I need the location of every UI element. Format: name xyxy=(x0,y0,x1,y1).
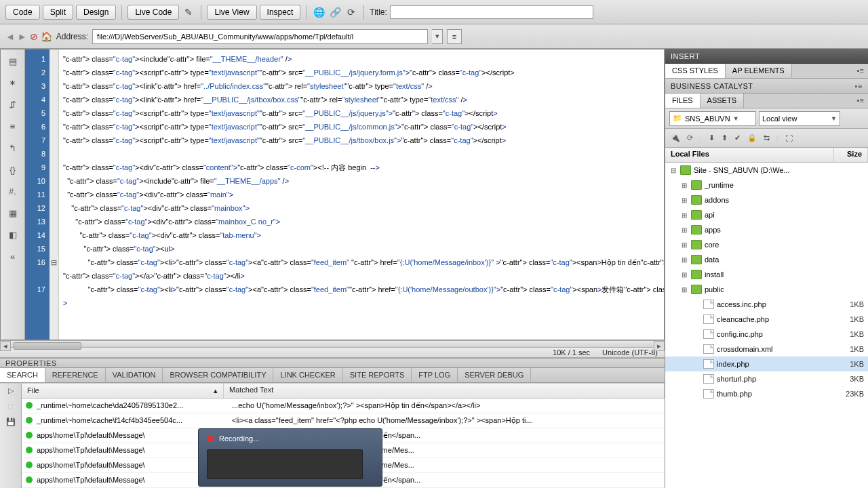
line-number-gutter: 1234567891011121314151617 xyxy=(25,49,50,340)
sort-icon[interactable]: ▴ xyxy=(214,386,218,395)
results-file-header[interactable]: File▴ xyxy=(22,384,224,398)
panel-menu-icon[interactable]: ▪≡ xyxy=(855,82,863,90)
code-area[interactable]: "c-attr"> class="c-tag"><include"c-attr"… xyxy=(59,49,664,340)
tree-folder[interactable]: ⊞_runtime xyxy=(665,178,868,192)
tree-folder[interactable]: ⊞addons xyxy=(665,192,868,207)
sync-icon[interactable]: ⇆ xyxy=(764,134,770,142)
tree-file[interactable]: access.inc.php1KB xyxy=(665,297,868,312)
results-tab-validation[interactable]: VALIDATION xyxy=(106,368,163,382)
local-files-header[interactable]: Local Files xyxy=(665,148,834,162)
file-tree[interactable]: ⊟Site - SNS_ABUVN (D:\We...⊞_runtime⊞add… xyxy=(665,163,868,488)
code-fold-gutter[interactable]: ⊟ xyxy=(50,49,59,340)
title-input[interactable] xyxy=(390,5,593,19)
search-result-row[interactable]: _runtime\~home\cache\f14cf4b345ee504c...… xyxy=(22,413,665,428)
results-tab-ftp-log[interactable]: FTP LOG xyxy=(412,368,458,382)
tree-folder[interactable]: ⊞install xyxy=(665,267,868,282)
design-view-button[interactable]: Design xyxy=(76,5,116,20)
globe-icon[interactable]: 🌐 xyxy=(312,5,326,19)
tree-folder[interactable]: ⊞public xyxy=(665,282,868,297)
files-tab[interactable]: FILES xyxy=(665,94,701,108)
results-tab-site-reports[interactable]: SITE REPORTS xyxy=(343,368,412,382)
panel-menu-icon[interactable]: ▪≡ xyxy=(855,52,863,60)
css-styles-tab[interactable]: CSS STYLES xyxy=(665,64,726,78)
expand-panel-icon[interactable]: ⛶ xyxy=(785,134,793,142)
insert-panel-header[interactable]: INSERT▪≡ xyxy=(665,49,868,64)
results-tab-search[interactable]: SEARCH xyxy=(0,368,45,382)
result-status-icon xyxy=(26,476,33,483)
stop-icon[interactable]: ⊘ xyxy=(30,31,38,42)
collapse-tag-icon[interactable]: ⇵ xyxy=(5,97,20,112)
tree-file[interactable]: shorturl.php3KB xyxy=(665,371,868,386)
open-documents-icon[interactable]: ▤ xyxy=(5,54,20,68)
code-view-button[interactable]: Code xyxy=(5,5,40,20)
results-tab-link-checker[interactable]: LINK CHECKER xyxy=(273,368,342,382)
result-status-icon xyxy=(26,447,33,453)
live-code-button[interactable]: Live Code xyxy=(127,5,179,20)
results-tabs: SEARCHREFERENCEVALIDATIONBROWSER COMPATI… xyxy=(0,368,665,383)
toolbar-arrow-icon[interactable]: « xyxy=(5,249,20,264)
results-tab-server-debug[interactable]: SERVER DEBUG xyxy=(458,368,531,382)
editor-horizontal-scrollbar[interactable]: ◂ ▸ xyxy=(0,340,665,347)
recording-preview xyxy=(207,449,363,479)
results-tab-browser-compatibility[interactable]: BROWSER COMPATIBILITY xyxy=(163,368,273,382)
tree-file[interactable]: thumb.php23KB xyxy=(665,386,868,401)
address-go-icon[interactable]: ≡ xyxy=(447,29,462,44)
tree-folder[interactable]: ⊞apps xyxy=(665,222,868,237)
search-result-row[interactable]: _runtime\~home\cache\da24057895130e2....… xyxy=(22,399,665,413)
scroll-thumb[interactable] xyxy=(14,342,81,350)
inspect-button[interactable]: Inspect xyxy=(260,5,301,20)
checkin-icon[interactable]: 🔒 xyxy=(747,134,757,142)
view-dropdown[interactable]: Local view▼ xyxy=(759,111,840,126)
recording-overlay: Recording... xyxy=(198,428,382,487)
stop-search-icon[interactable]: ◻ xyxy=(7,402,14,411)
results-tab-reference[interactable]: REFERENCE xyxy=(45,368,106,382)
put-files-icon[interactable]: ⬆ xyxy=(722,134,728,142)
split-view-button[interactable]: Split xyxy=(43,5,73,20)
show-code-navigator-icon[interactable]: ✶ xyxy=(5,75,20,90)
link-icon[interactable]: 🔗 xyxy=(328,5,342,19)
balance-braces-icon[interactable]: {} xyxy=(5,162,20,177)
browser-nav-toolbar: ◄ ► ⊘ 🏠 Address: ▾ ≡ xyxy=(0,24,868,49)
tree-folder[interactable]: ⊞api xyxy=(665,207,868,222)
panel-menu-icon[interactable]: ▪≡ xyxy=(853,64,868,78)
address-input[interactable] xyxy=(92,29,428,44)
tree-file[interactable]: crossdomain.xml1KB xyxy=(665,342,868,357)
result-status-icon xyxy=(26,402,33,409)
expand-all-icon[interactable]: ≡ xyxy=(5,119,20,134)
checkout-icon[interactable]: ✔ xyxy=(734,134,741,142)
refresh-icon[interactable]: ⟳ xyxy=(344,5,358,19)
results-matched-header[interactable]: Matched Text xyxy=(224,384,665,398)
refresh-files-icon[interactable]: ⟳ xyxy=(687,134,693,142)
tree-file[interactable]: config.inc.php1KB xyxy=(665,327,868,342)
syntax-coloring-icon[interactable]: ◧ xyxy=(5,227,20,242)
home-icon[interactable]: 🏠 xyxy=(41,31,52,42)
properties-panel-header[interactable]: PROPERTIES xyxy=(0,358,665,368)
highlight-invalid-icon[interactable]: ▦ xyxy=(5,205,20,220)
code-editor[interactable]: ▤ ✶ ⇵ ≡ ↰ {} #. ▦ ◧ « 123456789101112131… xyxy=(0,49,665,340)
tree-folder[interactable]: ⊞core xyxy=(665,237,868,252)
tree-folder[interactable]: ⊞data xyxy=(665,252,868,267)
scroll-left-icon[interactable]: ◂ xyxy=(0,341,11,351)
livecode-options-icon[interactable]: ✎ xyxy=(182,5,195,19)
live-view-button[interactable]: Live View xyxy=(207,5,256,20)
tree-site-root[interactable]: ⊟Site - SNS_ABUVN (D:\We... xyxy=(665,163,868,178)
tree-file[interactable]: index.php1KB xyxy=(665,357,868,371)
status-encoding: Unicode (UTF-8) xyxy=(602,348,658,357)
business-catalyst-header[interactable]: BUSINESS CATALYST▪≡ xyxy=(665,79,868,94)
panel-menu-icon[interactable]: ▪≡ xyxy=(853,94,868,108)
address-dropdown-icon[interactable]: ▾ xyxy=(432,29,443,44)
select-parent-icon[interactable]: ↰ xyxy=(5,140,20,155)
site-dropdown[interactable]: 📁SNS_ABUVN▼ xyxy=(669,111,756,126)
connect-icon[interactable]: 🔌 xyxy=(671,134,680,142)
save-report-icon[interactable]: 💾 xyxy=(6,418,16,426)
get-files-icon[interactable]: ⬇ xyxy=(709,134,715,142)
forward-icon[interactable]: ► xyxy=(18,31,27,42)
ap-elements-tab[interactable]: AP ELEMENTS xyxy=(726,64,792,78)
play-icon[interactable]: ▷ xyxy=(8,386,14,395)
scroll-right-icon[interactable]: ▸ xyxy=(654,341,665,351)
assets-tab[interactable]: ASSETS xyxy=(701,94,744,108)
line-numbers-icon[interactable]: #. xyxy=(5,184,20,199)
size-header[interactable]: Size xyxy=(834,148,868,162)
back-icon[interactable]: ◄ xyxy=(5,31,15,42)
tree-file[interactable]: cleancache.php1KB xyxy=(665,312,868,327)
